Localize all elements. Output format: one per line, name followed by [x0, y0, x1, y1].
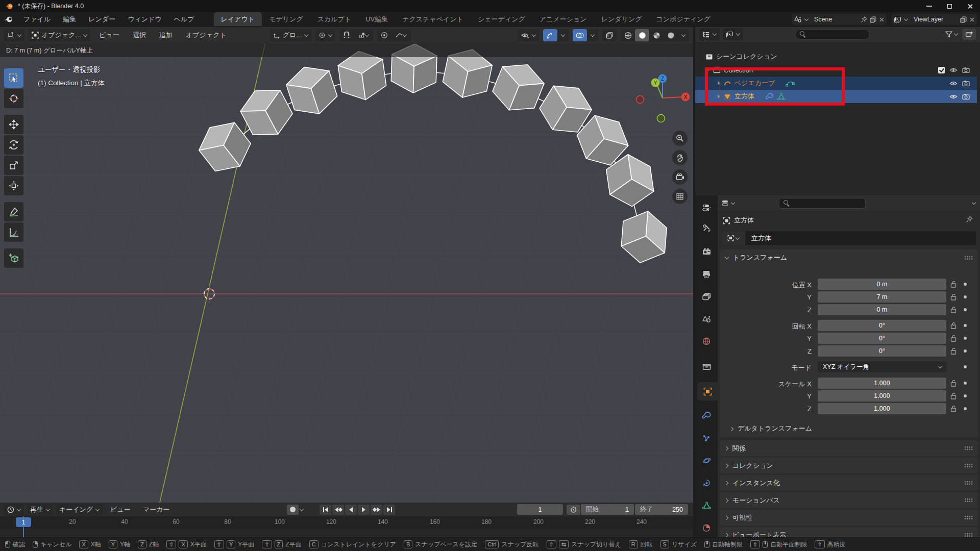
location-x-field[interactable]: 0 m [818, 279, 946, 290]
transform-orientation-selector[interactable]: グロ... [270, 29, 311, 41]
mode-selector[interactable]: オブジェク... [29, 29, 90, 41]
frame-start-field[interactable]: 開始 1 [581, 504, 634, 515]
lock-icon[interactable] [950, 390, 959, 402]
scale-x-field[interactable]: 1.000 [818, 378, 946, 389]
panel-grip-icon[interactable] [964, 498, 973, 503]
id-type-selector[interactable] [722, 231, 745, 245]
eye-icon[interactable] [949, 67, 958, 73]
panel-grip-icon[interactable] [964, 256, 973, 260]
animate-dot[interactable] [964, 394, 967, 397]
tab-scene[interactable] [695, 310, 718, 328]
proportional-edit-toggle[interactable] [377, 29, 391, 41]
playback-menu[interactable]: 再生 [27, 504, 53, 516]
section-relations[interactable]: 関係 [720, 440, 978, 456]
section-motion-paths[interactable]: モーションパス [720, 492, 978, 508]
scale-z-field[interactable]: 1.000 [818, 403, 946, 414]
play-button[interactable] [358, 505, 370, 515]
chevron-down-icon[interactable] [300, 508, 304, 512]
outliner-display-mode-button[interactable] [723, 28, 743, 40]
new-collection-button[interactable] [962, 29, 976, 40]
location-y-field[interactable]: 7 m [818, 291, 946, 303]
blender-menu-button[interactable] [0, 12, 17, 26]
xray-toggle[interactable] [602, 29, 617, 41]
playhead-badge[interactable]: 1 [16, 517, 31, 527]
use-preview-range-toggle[interactable] [567, 505, 580, 515]
tab-constraints[interactable] [695, 474, 718, 492]
pan-button[interactable] [672, 150, 688, 165]
tab-render[interactable] [695, 242, 718, 261]
tool-scale[interactable] [4, 156, 23, 175]
outliner-editor-type-button[interactable] [699, 28, 720, 40]
animate-dot[interactable] [964, 382, 967, 385]
remove-icon[interactable] [969, 17, 975, 22]
shading-wireframe[interactable] [621, 29, 635, 41]
panel-grip-icon[interactable] [964, 515, 973, 520]
pivot-point-selector[interactable] [315, 29, 335, 41]
lock-icon[interactable] [950, 345, 959, 357]
object-type-visibility[interactable] [518, 29, 539, 41]
cube-object[interactable] [488, 56, 549, 118]
animate-dot[interactable] [964, 295, 967, 298]
panel-grip-icon[interactable] [964, 481, 973, 485]
object-name-input[interactable]: 立方体 [745, 231, 976, 245]
gizmo-y-neg-axis[interactable] [657, 115, 665, 122]
cube-object[interactable] [613, 207, 675, 267]
breadcrumb-object-name[interactable]: 立方体 [734, 216, 754, 225]
minimize-button[interactable] [919, 0, 939, 12]
tab-shading[interactable]: シェーディング [471, 12, 532, 26]
tab-compositing[interactable]: コンポジティング [649, 12, 717, 26]
tab-output[interactable] [695, 265, 718, 283]
rotation-z-field[interactable]: 0° [818, 345, 946, 357]
lock-icon[interactable] [950, 403, 959, 414]
animate-dot[interactable] [964, 407, 967, 410]
transform-panel-header[interactable]: トランスフォーム [720, 249, 978, 266]
timeline-editor-type-button[interactable] [4, 504, 24, 516]
close-button[interactable] [960, 0, 980, 12]
outliner-search-input[interactable] [795, 29, 870, 40]
animate-dot[interactable] [964, 324, 967, 327]
section-instancing[interactable]: インスタンス化 [720, 475, 978, 491]
pin-icon[interactable] [966, 216, 973, 223]
jump-to-end-button[interactable] [383, 505, 395, 515]
camera-view-button[interactable] [672, 169, 688, 185]
tab-texture-paint[interactable]: テクスチャペイント [395, 12, 471, 26]
3d-viewport[interactable]: オブジェク... ビュー 選択 追加 オブジェクト グロ... [0, 27, 693, 503]
lock-icon[interactable] [950, 320, 959, 331]
eye-icon[interactable] [949, 94, 958, 99]
outliner-row-scene-collection[interactable]: シーンコレクション [695, 50, 977, 63]
tab-object[interactable] [697, 382, 718, 400]
overlays-toggle[interactable] [573, 29, 587, 41]
panel-grip-icon[interactable] [964, 533, 973, 537]
current-frame-field[interactable]: 1 [517, 504, 563, 515]
keying-menu[interactable]: キーイング [56, 504, 103, 516]
camera-visibility-icon[interactable] [962, 93, 970, 99]
tool-transform[interactable] [4, 176, 23, 195]
tab-collection-properties[interactable] [695, 358, 718, 376]
section-collections[interactable]: コレクション [720, 458, 978, 473]
menu-select[interactable]: 選択 [128, 29, 151, 41]
shading-solid[interactable] [635, 29, 649, 41]
lock-icon[interactable] [950, 333, 959, 344]
menu-object[interactable]: オブジェクト [181, 29, 231, 41]
animate-dot[interactable] [964, 308, 967, 311]
properties-options-chevron[interactable] [972, 201, 976, 205]
section-visibility[interactable]: 可視性 [720, 510, 978, 525]
zoom-button[interactable] [672, 131, 688, 146]
timeline-ruler[interactable]: 20 40 60 80 100 120 140 160 180 200 220 … [0, 516, 693, 529]
menu-render[interactable]: レンダー [82, 12, 121, 26]
gizmo-x-neg-axis[interactable] [636, 96, 644, 104]
copy-icon[interactable] [960, 16, 967, 23]
next-keyframe-button[interactable] [371, 505, 382, 515]
panel-grip-icon[interactable] [964, 446, 973, 450]
eye-icon[interactable] [949, 81, 958, 86]
properties-editor-type-button[interactable] [695, 198, 718, 217]
unlink-icon[interactable] [879, 17, 885, 22]
properties-search-input[interactable] [779, 198, 866, 209]
tab-uv-editing[interactable]: UV編集 [358, 12, 395, 26]
timeline-marker-menu[interactable]: マーカー [138, 504, 175, 516]
tab-modifiers[interactable] [695, 407, 718, 425]
navigation-gizmo[interactable]: Z X Y [633, 71, 692, 125]
shading-material-preview[interactable] [649, 29, 664, 41]
tab-object-data[interactable] [695, 496, 718, 515]
tab-view-layer[interactable] [695, 287, 718, 306]
